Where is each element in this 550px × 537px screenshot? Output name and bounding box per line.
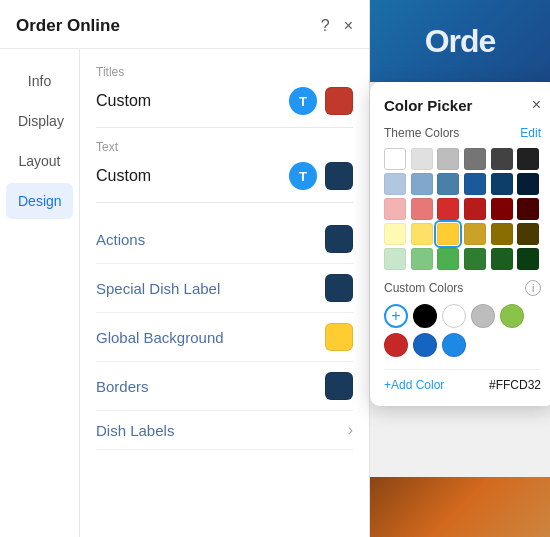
titles-color-swatch[interactable] xyxy=(325,87,353,115)
text-row: Custom T xyxy=(96,162,353,190)
text-icons: T xyxy=(289,162,353,190)
header: Order Online ? × xyxy=(0,0,369,49)
theme-color-cell[interactable] xyxy=(411,173,433,195)
sidebar-item-design[interactable]: Design xyxy=(6,183,73,219)
theme-color-cell[interactable] xyxy=(384,248,406,270)
theme-color-cell[interactable] xyxy=(517,223,539,245)
background-preview-top: Orde xyxy=(370,0,550,82)
borders-row: Borders xyxy=(96,362,353,411)
sidebar: Info Display Layout Design xyxy=(0,49,80,537)
special-dish-color-swatch[interactable] xyxy=(325,274,353,302)
theme-color-cell[interactable] xyxy=(411,223,433,245)
theme-color-cell[interactable] xyxy=(384,223,406,245)
theme-color-cell[interactable] xyxy=(517,248,539,270)
titles-row: Custom T xyxy=(96,87,353,115)
custom-colors-info-icon[interactable]: i xyxy=(525,280,541,296)
theme-colors-label: Theme Colors xyxy=(384,126,459,140)
sidebar-item-layout[interactable]: Layout xyxy=(6,143,73,179)
theme-colors-header: Theme Colors Edit xyxy=(384,126,541,140)
dish-labels-row: Dish Labels › xyxy=(96,411,353,450)
theme-color-cell[interactable] xyxy=(384,173,406,195)
add-custom-color-button[interactable]: + xyxy=(384,304,408,328)
custom-swatch-light-green[interactable] xyxy=(500,304,524,328)
theme-color-cell[interactable] xyxy=(491,173,513,195)
color-picker-footer: +Add Color #FFCD32 xyxy=(384,369,541,392)
text-value: Custom xyxy=(96,167,151,185)
theme-color-cell[interactable] xyxy=(437,198,459,220)
theme-color-cell[interactable] xyxy=(437,148,459,170)
hex-value-display: #FFCD32 xyxy=(489,378,541,392)
theme-color-cell[interactable] xyxy=(517,148,539,170)
actions-label: Actions xyxy=(96,231,145,248)
borders-color-swatch[interactable] xyxy=(325,372,353,400)
theme-color-cell[interactable] xyxy=(517,173,539,195)
special-dish-label: Special Dish Label xyxy=(96,280,220,297)
titles-value: Custom xyxy=(96,92,151,110)
theme-color-cell[interactable] xyxy=(411,148,433,170)
custom-swatch-dark-red[interactable] xyxy=(384,333,408,357)
text-section-label: Text xyxy=(96,140,353,154)
custom-swatch-blue[interactable] xyxy=(442,333,466,357)
custom-swatch-dark-blue[interactable] xyxy=(413,333,437,357)
section-divider-2 xyxy=(96,202,353,203)
theme-color-cell[interactable] xyxy=(517,198,539,220)
theme-color-cell-selected[interactable] xyxy=(437,223,459,245)
theme-colors-grid xyxy=(384,148,541,270)
text-type-icon[interactable]: T xyxy=(289,162,317,190)
main-panel: Order Online ? × Info Display Layout Des… xyxy=(0,0,370,537)
app-title: Order Online xyxy=(16,16,120,36)
theme-color-cell[interactable] xyxy=(464,173,486,195)
special-dish-row: Special Dish Label xyxy=(96,264,353,313)
theme-color-cell[interactable] xyxy=(491,248,513,270)
add-color-button[interactable]: +Add Color xyxy=(384,378,444,392)
global-background-row: Global Background xyxy=(96,313,353,362)
theme-color-cell[interactable] xyxy=(464,248,486,270)
custom-swatch-gray[interactable] xyxy=(471,304,495,328)
theme-color-cell[interactable] xyxy=(437,248,459,270)
header-icons: ? × xyxy=(321,17,353,35)
custom-swatch-white[interactable] xyxy=(442,304,466,328)
theme-color-cell[interactable] xyxy=(491,223,513,245)
help-icon[interactable]: ? xyxy=(321,17,330,35)
custom-swatch-black[interactable] xyxy=(413,304,437,328)
preview-text: Orde xyxy=(425,23,496,60)
sidebar-item-display[interactable]: Display xyxy=(6,103,73,139)
titles-icons: T xyxy=(289,87,353,115)
theme-color-cell[interactable] xyxy=(411,248,433,270)
global-background-label: Global Background xyxy=(96,329,224,346)
theme-color-cell[interactable] xyxy=(464,198,486,220)
custom-colors-header: Custom Colors i xyxy=(384,280,541,296)
dish-labels-chevron[interactable]: › xyxy=(348,421,353,439)
actions-row: Actions xyxy=(96,215,353,264)
custom-colors-label: Custom Colors xyxy=(384,281,463,295)
custom-swatches: + xyxy=(384,304,541,357)
theme-color-cell[interactable] xyxy=(491,198,513,220)
dish-labels-label: Dish Labels xyxy=(96,422,174,439)
color-picker-header: Color Picker × xyxy=(384,96,541,114)
sidebar-item-info[interactable]: Info xyxy=(6,63,73,99)
titles-section-label: Titles xyxy=(96,65,353,79)
section-divider-1 xyxy=(96,127,353,128)
theme-color-cell[interactable] xyxy=(411,198,433,220)
theme-color-cell[interactable] xyxy=(491,148,513,170)
color-picker-close-icon[interactable]: × xyxy=(532,96,541,114)
actions-color-swatch[interactable] xyxy=(325,225,353,253)
theme-color-cell[interactable] xyxy=(384,198,406,220)
theme-color-cell[interactable] xyxy=(437,173,459,195)
theme-color-cell[interactable] xyxy=(464,223,486,245)
settings-panel: Titles Custom T Text Custom T xyxy=(80,49,369,537)
color-picker-panel: Color Picker × Theme Colors Edit xyxy=(370,82,550,406)
theme-colors-edit[interactable]: Edit xyxy=(520,126,541,140)
color-picker-title: Color Picker xyxy=(384,97,472,114)
close-icon[interactable]: × xyxy=(344,17,353,35)
theme-color-cell[interactable] xyxy=(384,148,406,170)
global-background-color-swatch[interactable] xyxy=(325,323,353,351)
theme-color-cell[interactable] xyxy=(464,148,486,170)
background-preview-bottom xyxy=(370,477,550,537)
text-color-swatch[interactable] xyxy=(325,162,353,190)
borders-label: Borders xyxy=(96,378,149,395)
content-area: Info Display Layout Design Titles Custom… xyxy=(0,49,369,537)
titles-type-icon[interactable]: T xyxy=(289,87,317,115)
